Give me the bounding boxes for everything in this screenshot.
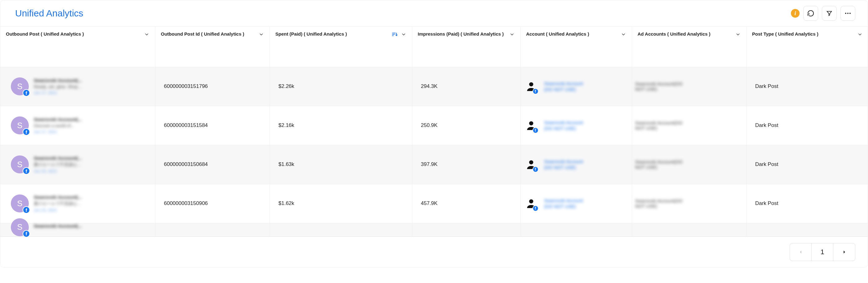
col-impressions[interactable]: Impressions (Paid) ( Unified Analytics ) [412, 27, 520, 67]
account-avatar: f [525, 119, 537, 132]
pagination-bar: 1 [0, 237, 868, 267]
table-wrap: Outbound Post ( Unified Analytics ) Outb… [0, 26, 868, 237]
facebook-badge-icon: f [532, 127, 539, 133]
col-label: Post Type ( Unified Analytics ) [752, 31, 855, 37]
account-note: (DO NOT USE) [544, 126, 583, 131]
svg-point-4 [529, 121, 533, 125]
table-row[interactable]: S f Swarovski Account(... 夏のセールで不思議な... … [0, 145, 868, 184]
chevron-down-icon[interactable] [621, 32, 626, 37]
panel-header: Unified Analytics i [0, 0, 868, 26]
svg-point-2 [849, 13, 851, 14]
filter-button[interactable] [822, 6, 837, 21]
chevron-down-icon[interactable] [401, 32, 406, 37]
ad-account-line: NOT USE) [635, 86, 738, 92]
ad-account-line: Swarovski Account(DO [635, 120, 738, 125]
col-label: Ad Accounts ( Unified Analytics ) [638, 31, 733, 37]
ad-accounts-cell: Swarovski Account(DO NOT USE) [632, 198, 746, 209]
col-ad-accounts[interactable]: Ad Accounts ( Unified Analytics ) [632, 27, 746, 67]
account-note: (DO NOT USE) [544, 165, 583, 170]
account-name: Swarovski Account [544, 198, 583, 203]
col-outbound-post-id[interactable]: Outbound Post Id ( Unified Analytics ) [155, 27, 270, 67]
post-title: Swarovski Account(... [34, 194, 82, 200]
ad-account-line: Swarovski Account(DO [635, 198, 738, 203]
refresh-icon [807, 9, 814, 17]
pager-prev[interactable] [790, 243, 812, 261]
account-name: Swarovski Account [544, 81, 583, 86]
post-id-value: 600000003151796 [155, 83, 270, 90]
post-date: Jun 17, 2021 [34, 129, 82, 134]
col-label: Impressions (Paid) ( Unified Analytics ) [418, 31, 507, 37]
avatar: S f [11, 155, 29, 174]
facebook-badge-icon: f [532, 166, 539, 172]
account-cell: f Swarovski Account (DO NOT USE) [521, 80, 632, 93]
account-name: Swarovski Account [544, 159, 583, 164]
avatar: S f [11, 77, 29, 95]
post-date: Jun 17, 2021 [34, 90, 82, 95]
more-button[interactable] [840, 6, 855, 21]
chevron-down-icon[interactable] [735, 32, 741, 37]
facebook-badge-icon: f [23, 167, 30, 175]
col-account[interactable]: Account ( Unified Analytics ) [520, 27, 632, 67]
impressions-value: 397.9K [412, 161, 520, 167]
table-row[interactable]: S f Swarovski Account(... 夏のセールで不思議な... … [0, 184, 868, 223]
chevron-down-icon[interactable] [509, 32, 515, 37]
ad-accounts-cell: Swarovski Account(DO NOT USE) [632, 120, 746, 131]
ad-account-line: Swarovski Account(DO [635, 159, 738, 164]
pager-page[interactable]: 1 [812, 243, 833, 261]
post-type-value: Dark Post [747, 83, 868, 90]
post-id-value: 600000003150684 [155, 161, 270, 167]
refresh-button[interactable] [803, 6, 818, 21]
avatar: S f [11, 218, 29, 236]
col-outbound-post[interactable]: Outbound Post ( Unified Analytics ) [0, 27, 155, 67]
impressions-value: 457.9K [412, 200, 520, 207]
post-title: Swarovski Account(... [34, 117, 82, 122]
col-label: Outbound Post Id ( Unified Analytics ) [161, 31, 256, 37]
chevron-down-icon[interactable] [144, 32, 150, 37]
avatar: S f [11, 194, 29, 212]
header-actions: i [791, 6, 855, 21]
facebook-badge-icon: f [23, 230, 30, 238]
page-title: Unified Analytics [15, 8, 83, 19]
col-spent[interactable]: Spent (Paid) ( Unified Analytics ) [270, 27, 412, 67]
sort-desc-icon[interactable] [392, 32, 398, 37]
col-label: Outbound Post ( Unified Analytics ) [6, 31, 142, 37]
svg-point-6 [529, 199, 533, 203]
facebook-badge-icon: f [532, 88, 539, 94]
pager: 1 [790, 243, 855, 261]
svg-point-5 [529, 160, 533, 164]
impressions-value: 294.3K [412, 83, 520, 90]
ad-account-line: NOT USE) [635, 125, 738, 131]
spent-value: $1.62k [270, 200, 412, 207]
account-cell: f Swarovski Account (DO NOT USE) [521, 197, 632, 210]
post-subtitle: Discover a world of... [34, 123, 82, 128]
outbound-post-cell: S f Swarovski Account(... 夏のセールで不思議な... … [0, 155, 155, 174]
post-title: Swarovski Account(... [34, 155, 82, 161]
chevron-down-icon[interactable] [258, 32, 264, 37]
ad-account-line: NOT USE) [635, 203, 738, 209]
svg-point-1 [847, 13, 848, 14]
post-subtitle: 夏のセールで不思議な... [34, 201, 82, 207]
impressions-value: 250.9K [412, 122, 520, 128]
pager-next[interactable] [833, 243, 855, 261]
account-avatar: f [525, 80, 537, 93]
account-avatar: f [525, 197, 537, 210]
spent-value: $2.26k [270, 83, 412, 90]
ad-account-line: Swarovski Account(DO [635, 81, 738, 86]
col-label: Account ( Unified Analytics ) [526, 31, 618, 37]
info-icon[interactable]: i [791, 9, 800, 18]
post-type-value: Dark Post [747, 122, 868, 128]
table-row[interactable]: S f Swarovski Account(... Discover a wor… [0, 106, 868, 145]
post-subtitle: Ready, set, glow. Shop... [34, 84, 82, 89]
avatar: S f [11, 117, 29, 134]
ad-accounts-cell: Swarovski Account(DO NOT USE) [632, 81, 746, 92]
spent-value: $1.63k [270, 161, 412, 167]
table-row[interactable]: S f Swarovski Account(... Ready, set, gl… [0, 67, 868, 106]
table-row[interactable]: S f Swarovski Account(... [0, 223, 868, 236]
spent-value: $2.16k [270, 122, 412, 128]
chevron-down-icon[interactable] [857, 32, 863, 37]
col-post-type[interactable]: Post Type ( Unified Analytics ) [746, 27, 868, 67]
svg-point-0 [845, 13, 846, 14]
post-title: Swarovski Account(... [34, 223, 82, 228]
account-note: (DO NOT USE) [544, 204, 583, 209]
account-note: (DO NOT USE) [544, 87, 583, 92]
